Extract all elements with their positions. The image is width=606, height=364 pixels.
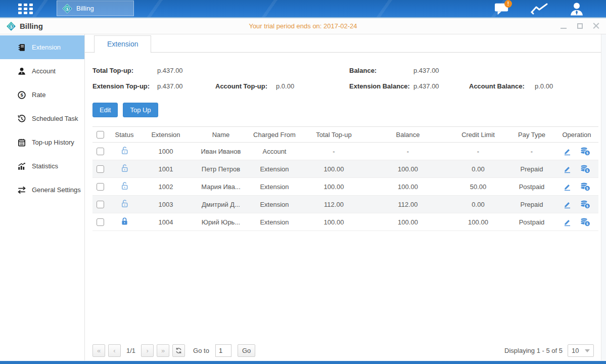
lock-open-icon[interactable] bbox=[120, 199, 129, 208]
row-checkbox[interactable] bbox=[97, 148, 104, 155]
cell-balance: 100.00 bbox=[368, 160, 448, 178]
row-checkbox[interactable] bbox=[97, 201, 104, 208]
sidebar-item-statistics[interactable]: Statistics bbox=[0, 154, 84, 178]
edit-pencil-icon[interactable] bbox=[563, 165, 572, 173]
summary-row-1: Total Top-up: p.437.00 Balance: p.437.00 bbox=[92, 63, 598, 78]
extension-balance-value: p.437.00 bbox=[413, 82, 469, 90]
first-page-button[interactable]: « bbox=[92, 344, 105, 357]
go-button[interactable]: Go bbox=[238, 344, 255, 357]
edit-button[interactable]: Edit bbox=[92, 103, 118, 117]
page-size-value: 10 bbox=[572, 347, 579, 354]
cell-pay-type: - bbox=[508, 143, 555, 160]
summary-row-2: Extension Top-up: p.437.00 Account Top-u… bbox=[92, 78, 598, 94]
top-up-coins-icon[interactable]: $ bbox=[580, 164, 590, 174]
tab-strip: Extension bbox=[85, 34, 606, 53]
user-icon[interactable] bbox=[568, 2, 586, 16]
cell-name: Иван Иванов bbox=[193, 143, 249, 160]
tab-extension[interactable]: Extension bbox=[94, 35, 151, 53]
top-up-button[interactable]: Top Up bbox=[123, 103, 158, 117]
column-header-name: Name bbox=[193, 127, 249, 143]
total-topup-label: Total Top-up: bbox=[92, 67, 157, 74]
close-icon[interactable] bbox=[592, 22, 600, 30]
cell-name: Мария Ива... bbox=[193, 178, 249, 196]
select-all-checkbox[interactable] bbox=[97, 131, 104, 139]
taskbar-tab-label: Billing bbox=[76, 5, 94, 12]
cell-extension: 1000 bbox=[139, 143, 193, 160]
last-page-button[interactable]: » bbox=[157, 344, 169, 357]
cell-charged-from: Account bbox=[249, 143, 300, 160]
column-header-credit-limit: Credit Limit bbox=[448, 127, 508, 143]
dollar-circle-icon: $ bbox=[17, 90, 26, 100]
top-up-coins-icon[interactable]: $ bbox=[580, 217, 590, 227]
taskbar-tab-billing[interactable]: $ Billing bbox=[57, 1, 134, 16]
sidebar-item-account[interactable]: Account bbox=[0, 59, 84, 83]
lock-open-icon[interactable] bbox=[120, 146, 129, 155]
sidebar-item-extension[interactable]: Extension bbox=[0, 35, 84, 59]
cell-extension: 1004 bbox=[139, 213, 193, 231]
page-size-select[interactable]: 10 bbox=[568, 344, 594, 357]
row-checkbox[interactable] bbox=[97, 218, 104, 226]
app-grid-icon[interactable] bbox=[18, 4, 36, 14]
refresh-button[interactable] bbox=[172, 344, 185, 357]
cell-credit-limit: 100.00 bbox=[448, 213, 508, 231]
cell-charged-from: Extension bbox=[249, 160, 300, 178]
sidebar-item-rate[interactable]: $ Rate bbox=[0, 83, 84, 107]
cell-credit-limit: 0.00 bbox=[448, 196, 508, 213]
top-up-coins-icon[interactable]: $ bbox=[580, 181, 590, 192]
top-up-coins-icon[interactable]: $ bbox=[580, 146, 590, 156]
scrollbar-gutter[interactable] bbox=[601, 34, 606, 360]
sidebar-item-top-up-history[interactable]: Top-up History bbox=[0, 130, 84, 154]
cell-total-topup: - bbox=[300, 143, 368, 160]
next-page-button[interactable]: › bbox=[141, 344, 154, 357]
cell-balance: 100.00 bbox=[368, 213, 448, 231]
history-clock-icon bbox=[17, 114, 26, 123]
prev-page-button[interactable]: ‹ bbox=[108, 344, 121, 357]
lock-closed-icon[interactable] bbox=[120, 216, 129, 226]
main-panel: Extension Total Top-up: p.437.00 Balance… bbox=[85, 34, 606, 360]
sidebar-item-scheduled-task[interactable]: Scheduled Task bbox=[0, 107, 84, 130]
window-title: Billing bbox=[20, 22, 43, 30]
row-checkbox[interactable] bbox=[97, 165, 104, 173]
displaying-text: Displaying 1 - 5 of 5 bbox=[504, 347, 563, 354]
cell-total-topup: 112.00 bbox=[300, 196, 368, 213]
desktop-top-bar: $ Billing ! bbox=[0, 0, 606, 17]
column-header-status: Status bbox=[110, 127, 139, 143]
refresh-icon bbox=[175, 347, 182, 354]
sidebar-item-label: Extension bbox=[32, 43, 61, 51]
account-topup-label: Account Top-up: bbox=[215, 82, 276, 90]
account-balance-value: p.0.00 bbox=[535, 82, 553, 90]
edit-pencil-icon[interactable] bbox=[563, 200, 572, 209]
cell-pay-type: Prepaid bbox=[508, 160, 555, 178]
row-checkbox[interactable] bbox=[97, 183, 104, 191]
cell-credit-limit: 50.00 bbox=[448, 178, 508, 196]
top-up-coins-icon[interactable]: $ bbox=[580, 199, 590, 209]
extension-table: Status Extension Name Charged From Total… bbox=[92, 126, 598, 231]
cell-pay-type: Postpaid bbox=[508, 213, 555, 231]
edit-pencil-icon[interactable] bbox=[563, 147, 572, 156]
line-chart-icon[interactable] bbox=[530, 2, 548, 16]
table-row: 1002 Мария Ива... Extension 100.00 100.0… bbox=[92, 178, 598, 196]
edit-pencil-icon[interactable] bbox=[563, 183, 572, 191]
cell-credit-limit: - bbox=[448, 143, 508, 160]
trial-notice: Your trial period ends on: 2017-02-24 bbox=[0, 22, 606, 30]
sidebar-item-general-settings[interactable]: General Settings bbox=[0, 178, 84, 202]
minimize-icon[interactable] bbox=[560, 22, 568, 30]
column-header-extension: Extension bbox=[139, 127, 193, 143]
edit-pencil-icon[interactable] bbox=[563, 218, 572, 226]
notification-badge: ! bbox=[504, 0, 512, 8]
desktop: $ Billing ! bbox=[0, 0, 606, 364]
page-indicator: 1/1 bbox=[126, 347, 135, 354]
goto-page-input[interactable] bbox=[215, 344, 231, 357]
chat-icon[interactable]: ! bbox=[493, 2, 511, 16]
cell-charged-from: Extension bbox=[249, 178, 300, 196]
table-row: 1000 Иван Иванов Account - - - - bbox=[92, 143, 598, 160]
table-row: 1003 Дмитрий Д... Extension 112.00 112.0… bbox=[92, 196, 598, 213]
cell-balance: 100.00 bbox=[368, 178, 448, 196]
billing-diamond-dollar-icon: $ bbox=[6, 21, 16, 31]
lock-open-icon[interactable] bbox=[120, 163, 129, 173]
sidebar-item-label: Top-up History bbox=[32, 139, 74, 146]
extension-balance-label: Extension Balance: bbox=[349, 82, 413, 90]
lock-open-icon[interactable] bbox=[120, 181, 129, 191]
cell-balance: 112.00 bbox=[368, 196, 448, 213]
maximize-icon[interactable] bbox=[576, 22, 584, 30]
